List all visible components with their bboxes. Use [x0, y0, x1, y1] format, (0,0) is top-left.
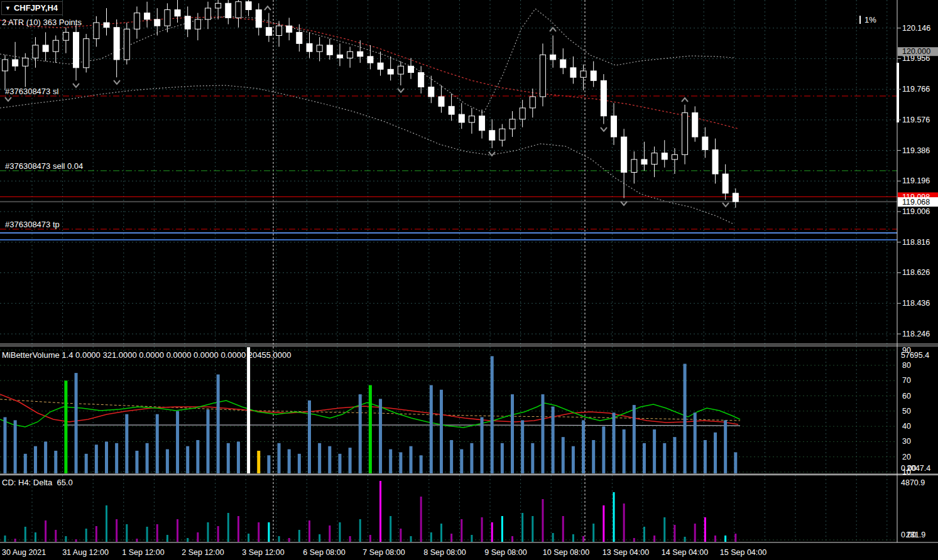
- volume-bar: [643, 443, 646, 473]
- candle: [530, 97, 535, 108]
- delta-bar: [471, 535, 472, 542]
- delta-bar: [714, 536, 716, 542]
- candle: [641, 159, 647, 164]
- candle: [195, 19, 200, 29]
- candle: [276, 26, 282, 35]
- price-tick-label: 120.146: [902, 24, 930, 33]
- delta-bar: [65, 536, 67, 542]
- volume-bar: [684, 363, 687, 473]
- time-tick-label: 10 Sep 08:00: [543, 548, 589, 557]
- candle: [256, 10, 261, 28]
- volume-bar: [521, 420, 524, 473]
- delta-bar: [379, 481, 381, 542]
- volume-bar: [227, 443, 230, 473]
- candle: [94, 23, 99, 39]
- candle: [408, 66, 414, 72]
- order-sell-label[interactable]: #376308473 sell 0.04: [5, 161, 83, 171]
- volume-bar: [511, 394, 514, 473]
- delta-bar: [308, 520, 310, 542]
- delta-bar: [440, 524, 442, 542]
- volume-bar: [420, 455, 423, 473]
- delta-bar: [542, 499, 543, 542]
- candle: [388, 69, 393, 74]
- time-tick-label: 2 Sep 12:00: [182, 548, 224, 557]
- volume-max-label: 57695.4: [901, 351, 929, 360]
- candle: [712, 150, 718, 174]
- volume-bar: [481, 417, 484, 473]
- volume-bar: [653, 429, 656, 473]
- volume-bar: [54, 451, 57, 473]
- time-tick-label: 1 Sep 12:00: [122, 548, 164, 557]
- candle: [733, 193, 738, 202]
- candle: [53, 40, 58, 51]
- volume-bar: [34, 446, 37, 473]
- volume-bar: [328, 446, 331, 473]
- percent-bar-icon: [859, 16, 861, 24]
- volume-bar: [541, 394, 544, 473]
- volume-bar: [389, 450, 392, 473]
- candle: [347, 51, 353, 58]
- volume-bar: [196, 440, 199, 473]
- volume-bar: [410, 446, 413, 473]
- candle: [418, 73, 424, 87]
- candle: [43, 45, 48, 51]
- delta-bar: [298, 530, 300, 542]
- delta-bar: [603, 505, 604, 542]
- delta-bar: [207, 522, 209, 542]
- volume-bar: [115, 443, 118, 473]
- delta-bar: [430, 532, 432, 542]
- delta-bar: [177, 519, 178, 542]
- candle: [23, 58, 28, 66]
- candle: [145, 13, 150, 19]
- volume-bar: [369, 385, 372, 473]
- volume-bar: [430, 385, 433, 473]
- candle: [439, 97, 444, 106]
- candle: [520, 108, 525, 119]
- time-tick-label: 8 Sep 08:00: [423, 548, 466, 557]
- delta-bar: [653, 536, 655, 542]
- candle: [682, 113, 688, 155]
- delta-bar: [146, 527, 148, 542]
- candle: [286, 26, 292, 32]
- volume-tick-label: 70: [902, 376, 911, 385]
- symbol-selector[interactable]: ▼ CHFJPY,H4: [1, 1, 63, 15]
- candle: [327, 45, 332, 55]
- volume-bar: [75, 373, 78, 473]
- candle: [662, 153, 667, 159]
- volume-bar: [531, 443, 534, 473]
- delta-bar: [349, 536, 351, 542]
- delta-bar: [248, 534, 249, 542]
- candle: [185, 16, 190, 30]
- volume-tick-label: 60: [902, 392, 911, 401]
- delta-max-label: 4870.9: [901, 478, 925, 487]
- volume-bar: [146, 443, 149, 473]
- volume-bar: [602, 426, 605, 473]
- order-takeprofit-label[interactable]: #376308473 tp: [5, 220, 60, 229]
- candle: [13, 60, 18, 66]
- price-tick-label: 119.006: [902, 207, 930, 216]
- order-stoploss-label[interactable]: #376308473 sl: [5, 87, 58, 96]
- delta-bar: [268, 522, 270, 542]
- candle: [631, 159, 637, 173]
- volume-tick-label: 80: [902, 361, 911, 370]
- volume-bar: [694, 412, 697, 473]
- price-tick-label: 118.626: [902, 268, 930, 277]
- chart-canvas[interactable]: 120.146119.956119.766119.576119.386119.1…: [0, 0, 938, 560]
- volume-bar: [135, 451, 138, 473]
- candle: [459, 114, 464, 122]
- candle: [499, 129, 505, 140]
- delta-bar: [156, 524, 158, 542]
- candle: [124, 29, 129, 60]
- delta-bar: [491, 522, 493, 542]
- delta-bar: [552, 533, 554, 542]
- volume-bar: [207, 409, 210, 473]
- delta-bar: [623, 503, 625, 542]
- candle: [357, 51, 363, 57]
- candle: [215, 3, 221, 8]
- candle: [702, 137, 708, 150]
- delta-bar: [562, 516, 564, 542]
- candle: [104, 23, 109, 28]
- volume-bar: [14, 420, 17, 473]
- delta-bar: [258, 522, 259, 542]
- delta-bar: [633, 538, 635, 542]
